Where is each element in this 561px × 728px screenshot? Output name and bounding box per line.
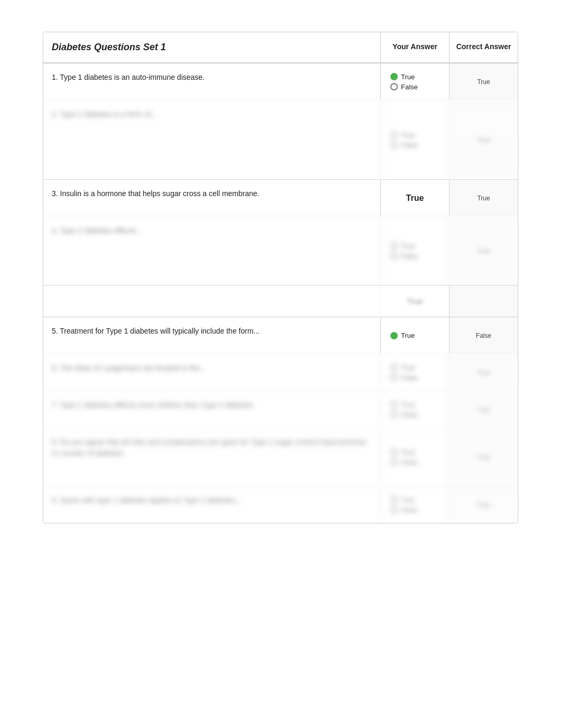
radio-true-2	[390, 131, 398, 139]
your-answer-1: True False	[380, 63, 449, 100]
table-row: True	[43, 285, 518, 317]
correct-answer-2: True	[449, 100, 518, 179]
table-row: 1. Type 1 diabetes is an auto-immune dis…	[43, 63, 518, 100]
table-row: 8. Do you agree that all risks and compl…	[43, 428, 518, 486]
option-true-5: True	[401, 331, 415, 339]
radio-true-7	[390, 401, 398, 408]
radio-row-true-1[interactable]: True	[390, 73, 444, 81]
your-answer-2: True False	[380, 100, 449, 179]
radio-false-1[interactable]	[390, 83, 398, 90]
radio-false-7	[390, 411, 398, 418]
question-2: 2. Type 2 diabetes is a form of...	[43, 100, 380, 179]
question-3: 3. Insulin is a hormone that helps sugar…	[43, 180, 380, 216]
quiz-header: Diabetes Questions Set 1 Your Answer Cor…	[43, 32, 518, 63]
correct-answer-3: True	[449, 180, 518, 216]
correct-answer-4: True	[449, 217, 518, 285]
question-4: 4. Type 2 diabetes affects...	[43, 217, 380, 285]
quiz-container: Diabetes Questions Set 1 Your Answer Cor…	[43, 32, 518, 523]
your-answer-8: True False	[380, 428, 449, 486]
radio-true-4	[390, 242, 398, 250]
question-6: 6. The islets of Langerhans are located …	[43, 354, 380, 391]
correct-answer-1: True	[449, 63, 518, 100]
question-8: 8. Do you agree that all risks and compl…	[43, 428, 380, 486]
radio-row-false-1[interactable]: False	[390, 83, 444, 91]
correct-value-2: True	[477, 136, 490, 144]
option-true-1: True	[401, 73, 415, 81]
question-9: 9. Spare with type 1 diabetes applies to…	[43, 486, 380, 523]
option-false-1: False	[401, 83, 418, 91]
correct-value-1: True	[477, 78, 490, 86]
radio-true-6	[390, 364, 398, 371]
spacer-q-cell	[43, 285, 380, 317]
correct-answer-header: Correct Answer	[449, 32, 518, 62]
your-answer-3: True	[380, 180, 449, 216]
radio-true-1[interactable]	[390, 73, 398, 80]
spacer-answer-cell: True	[380, 285, 449, 317]
option-false-2: False	[401, 141, 418, 149]
radio-group-1: True False	[386, 73, 444, 91]
radio-false-4	[390, 252, 398, 260]
radio-false-2	[390, 141, 398, 149]
correct-value-5: False	[476, 332, 491, 339]
selected-answer-3: True	[406, 193, 424, 203]
your-answer-6: True False	[380, 354, 449, 391]
correct-answer-6: True	[449, 354, 518, 391]
correct-answer-7: True	[449, 391, 518, 428]
your-answer-4: True False	[380, 217, 449, 285]
question-7: 7. Type 1 diabetes affects more children…	[43, 391, 380, 428]
question-5: 5. Treatment for Type 1 diabetes will ty…	[43, 317, 380, 354]
table-row: 4. Type 2 diabetes affects... True False…	[43, 216, 518, 285]
your-answer-header: Your Answer	[380, 32, 449, 62]
table-row: 6. The islets of Langerhans are located …	[43, 354, 518, 391]
correct-value-4: True	[477, 247, 490, 255]
table-row: 7. Type 1 diabetes affects more children…	[43, 391, 518, 428]
correct-answer-9: True	[449, 486, 518, 523]
radio-false-9	[390, 506, 398, 513]
radio-true-5[interactable]	[390, 332, 398, 339]
radio-false-8	[390, 458, 398, 466]
option-true-4: True	[401, 242, 415, 250]
option-false-4: False	[401, 252, 418, 260]
option-true-2: True	[401, 131, 415, 139]
radio-true-8	[390, 448, 398, 456]
correct-answer-8: True	[449, 428, 518, 486]
your-answer-7: True False	[380, 391, 449, 428]
table-row: 5. Treatment for Type 1 diabetes will ty…	[43, 317, 518, 354]
your-answer-5: True	[380, 317, 449, 354]
table-row: 3. Insulin is a hormone that helps sugar…	[43, 179, 518, 216]
correct-answer-5: False	[449, 317, 518, 354]
your-answer-9: True False	[380, 486, 449, 523]
quiz-title: Diabetes Questions Set 1	[43, 32, 380, 62]
table-row: 2. Type 2 diabetes is a form of... True …	[43, 100, 518, 179]
correct-value-3: True	[477, 195, 490, 202]
radio-true-9	[390, 496, 398, 503]
question-1: 1. Type 1 diabetes is an auto-immune dis…	[43, 63, 380, 100]
table-row: 9. Spare with type 1 diabetes applies to…	[43, 486, 518, 523]
radio-false-6	[390, 374, 398, 381]
spacer-correct-cell	[449, 285, 518, 317]
